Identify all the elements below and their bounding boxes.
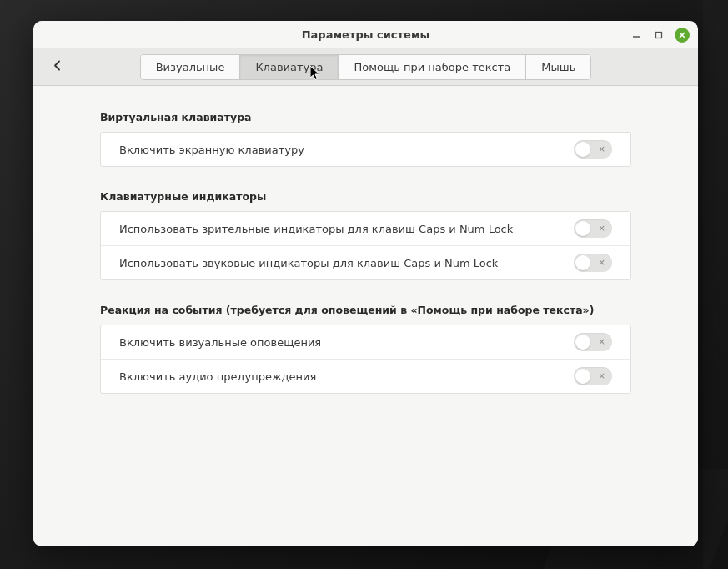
option-visual-alerts: Включить визуальные оповещения × (101, 325, 630, 360)
toggle-visual-alerts[interactable]: × (574, 333, 612, 351)
toggle-knob (575, 255, 590, 270)
option-label: Включить визуальные оповещения (119, 336, 321, 349)
toggle-onscreen-keyboard[interactable]: × (574, 140, 612, 159)
toggle-off-icon: × (599, 338, 605, 346)
tab-visual[interactable]: Визуальные (141, 55, 241, 79)
section-title: Клавиатурные индикаторы (100, 190, 631, 203)
content-area: Виртуальная клавиатура Включить экранную… (33, 86, 698, 546)
option-label: Включить аудио предупреждения (119, 370, 316, 383)
window-title: Параметры системы (302, 28, 430, 41)
option-label: Использовать звуковые индикаторы для кла… (119, 257, 498, 269)
toggle-off-icon: × (599, 372, 605, 380)
back-button[interactable] (52, 59, 63, 75)
toggle-visual-caps-num[interactable]: × (574, 219, 612, 238)
tab-strip: Визуальные Клавиатура Помощь при наборе … (140, 54, 592, 80)
toggle-knob (575, 142, 590, 157)
close-icon (678, 31, 686, 39)
tab-typing-assist[interactable]: Помощь при наборе текста (339, 55, 526, 79)
option-list: Включить визуальные оповещения × Включит… (100, 325, 631, 394)
option-enable-onscreen-keyboard: Включить экранную клавиатуру × (101, 133, 630, 166)
toggle-knob (575, 221, 590, 236)
section-keyboard-indicators: Клавиатурные индикаторы Использовать зри… (100, 190, 631, 280)
chevron-left-icon (52, 60, 63, 72)
option-label: Использовать зрительные индикаторы для к… (119, 223, 513, 235)
toggle-off-icon: × (599, 145, 605, 154)
tab-mouse[interactable]: Мышь (526, 55, 590, 79)
settings-window: Параметры системы Визуальные Клавиатура … (33, 21, 698, 546)
toggle-off-icon: × (599, 224, 605, 233)
svg-rect-1 (655, 32, 661, 38)
tab-keyboard[interactable]: Клавиатура (240, 55, 339, 79)
section-title: Виртуальная клавиатура (100, 111, 631, 123)
section-event-alerts: Реакция на события (требуется для оповещ… (100, 304, 631, 394)
option-label: Включить экранную клавиатуру (119, 144, 304, 156)
maximize-button[interactable] (652, 28, 665, 41)
toggle-knob (575, 369, 590, 384)
close-button[interactable] (675, 28, 690, 43)
section-title: Реакция на события (требуется для оповещ… (100, 304, 631, 316)
navbar: Визуальные Клавиатура Помощь при наборе … (33, 48, 698, 86)
maximize-icon (655, 31, 663, 39)
toggle-knob (575, 335, 590, 350)
section-virtual-keyboard: Виртуальная клавиатура Включить экранную… (100, 111, 631, 167)
minimize-button[interactable] (630, 28, 642, 41)
minimize-icon (632, 31, 640, 39)
toggle-off-icon: × (599, 259, 605, 267)
option-list: Использовать зрительные индикаторы для к… (100, 211, 631, 280)
toggle-audio-caps-num[interactable]: × (574, 254, 612, 272)
window-controls (630, 28, 690, 43)
toggle-audio-alerts[interactable]: × (574, 367, 612, 385)
option-audio-caps-num: Использовать звуковые индикаторы для кла… (101, 246, 630, 279)
titlebar: Параметры системы (33, 21, 698, 48)
option-visual-caps-num: Использовать зрительные индикаторы для к… (101, 212, 630, 246)
option-list: Включить экранную клавиатуру × (100, 132, 631, 167)
option-audio-alerts: Включить аудио предупреждения × (101, 360, 630, 393)
